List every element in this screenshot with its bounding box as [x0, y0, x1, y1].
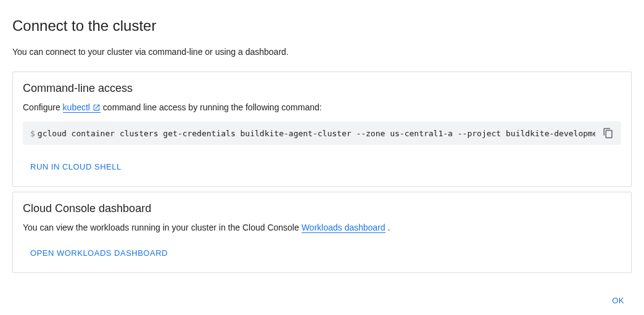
cli-card-title: Command-line access: [23, 82, 621, 95]
code-content: gcloud container clusters get-credential…: [38, 129, 595, 138]
intro-text: You can connect to your cluster via comm…: [12, 47, 632, 57]
run-cloud-shell-button[interactable]: Run in Cloud Shell: [28, 157, 124, 176]
ok-button[interactable]: OK: [605, 291, 632, 310]
page-title: Connect to the cluster: [12, 17, 632, 35]
code-left: $ gcloud container clusters get-credenti…: [30, 129, 595, 138]
kubectl-link[interactable]: kubectl: [63, 102, 101, 113]
cli-access-card: Command-line access Configure kubectl co…: [12, 72, 632, 187]
footer-actions: OK: [605, 291, 632, 310]
workloads-dashboard-link[interactable]: Workloads dashboard: [302, 223, 386, 233]
dashboard-card-title: Cloud Console dashboard: [23, 202, 621, 215]
dashboard-card-desc: You can view the workloads running in yo…: [23, 223, 621, 232]
open-workloads-button[interactable]: Open Workloads Dashboard: [28, 243, 170, 263]
copy-icon[interactable]: [603, 128, 614, 139]
dashboard-desc-post: .: [386, 223, 390, 232]
cli-card-desc: Configure kubectl command line access by…: [23, 102, 621, 113]
code-prompt: $: [30, 129, 35, 138]
code-block: $ gcloud container clusters get-credenti…: [23, 121, 621, 145]
cli-desc-pre: Configure: [23, 102, 63, 112]
dashboard-desc-pre: You can view the workloads running in yo…: [23, 223, 302, 232]
kubectl-link-text: kubectl: [63, 102, 90, 112]
external-link-icon: [93, 104, 101, 112]
cli-desc-post: command line access by running the follo…: [101, 102, 322, 112]
dashboard-card: Cloud Console dashboard You can view the…: [12, 192, 632, 273]
